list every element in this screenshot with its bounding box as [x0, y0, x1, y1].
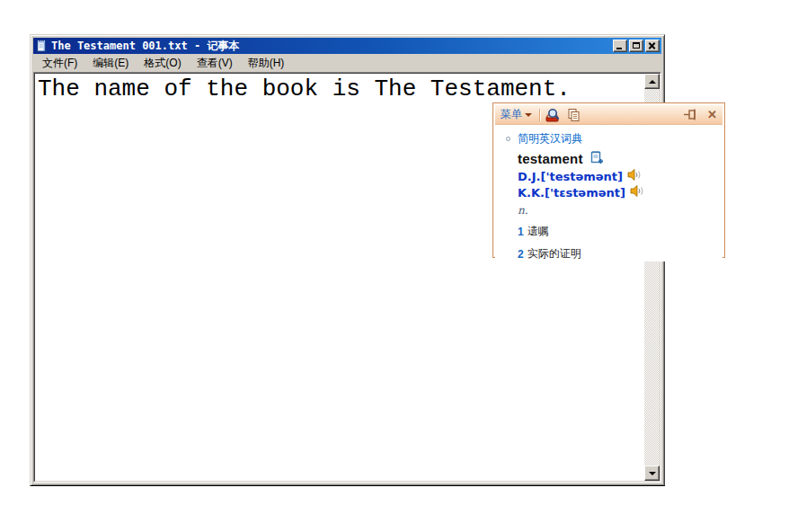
- maximize-icon: [633, 42, 640, 49]
- scroll-up-button[interactable]: [644, 74, 660, 89]
- phonetic-dj: D.J.['testəmənt]: [518, 170, 623, 183]
- phonetic-row-dj: D.J.['testəmənt]: [518, 169, 717, 183]
- chevron-down-icon: [525, 113, 532, 117]
- phonetic-kk: K.K.['tɛstəmənt]: [518, 186, 625, 200]
- part-of-speech-row: n.: [518, 204, 717, 217]
- bullet-icon: [506, 137, 510, 141]
- popup-close-icon[interactable]: ✕: [707, 109, 717, 120]
- toolbar-divider: [539, 109, 540, 121]
- definition-text: 遗嘱: [527, 224, 549, 239]
- menu-edit[interactable]: 编辑(E): [88, 54, 133, 73]
- scroll-down-button[interactable]: [644, 466, 660, 481]
- definition-row-1: 1 遗嘱: [518, 224, 717, 239]
- scroll-up-icon: [649, 80, 656, 84]
- close-icon: [646, 40, 659, 51]
- minimize-icon: [616, 48, 622, 49]
- notepad-icon: [35, 40, 48, 52]
- headword: testament: [518, 151, 583, 166]
- popup-menu-button[interactable]: 菜单: [501, 107, 532, 122]
- popup-body: 简明英汉词典 testament: [495, 125, 723, 262]
- menubar: 文件(F) 编辑(E) 格式(O) 查看(V) 帮助(H): [33, 54, 661, 72]
- scroll-down-icon: [649, 472, 656, 475]
- menu-view[interactable]: 查看(V): [192, 54, 237, 73]
- menu-help[interactable]: 帮助(H): [244, 54, 289, 73]
- phonetic-row-kk: K.K.['tɛstəmənt]: [518, 185, 717, 200]
- desktop: The Testament 001.txt - 记事本 文件(F) 编辑(E) …: [0, 0, 789, 532]
- definition-number: 1: [518, 226, 524, 238]
- speaker-icon-kk[interactable]: [630, 185, 644, 200]
- titlebar[interactable]: The Testament 001.txt - 记事本: [33, 38, 661, 54]
- definition-row-2: 2 实际的证明: [518, 246, 717, 262]
- window-title: The Testament 001.txt - 记事本: [51, 38, 611, 54]
- dictionary-name-row: 简明英汉词典: [506, 131, 717, 146]
- popup-toolbar: 菜单: [495, 105, 723, 125]
- minimize-button[interactable]: [613, 40, 627, 52]
- definition-number: 2: [518, 248, 524, 261]
- menu-format[interactable]: 格式(O): [139, 54, 185, 73]
- add-to-wordbook-icon[interactable]: [590, 150, 604, 167]
- document-text[interactable]: The name of the book is The Testament.: [38, 74, 642, 104]
- copy-icon[interactable]: [567, 108, 581, 122]
- definition-text: 实际的证明: [527, 246, 581, 262]
- dictionary-name-link[interactable]: 简明英汉词典: [518, 131, 582, 146]
- dictionary-popup: 菜单: [492, 102, 725, 258]
- part-of-speech: n.: [518, 204, 528, 217]
- speaker-icon-dj[interactable]: [627, 169, 642, 183]
- menu-file[interactable]: 文件(F): [38, 54, 82, 73]
- headword-row: testament: [518, 150, 717, 167]
- popup-menu-label: 菜单: [501, 107, 522, 122]
- maximize-button[interactable]: [629, 40, 643, 52]
- dictionary-search-icon[interactable]: [545, 108, 562, 122]
- close-button[interactable]: [645, 40, 660, 52]
- pin-icon[interactable]: [684, 109, 698, 120]
